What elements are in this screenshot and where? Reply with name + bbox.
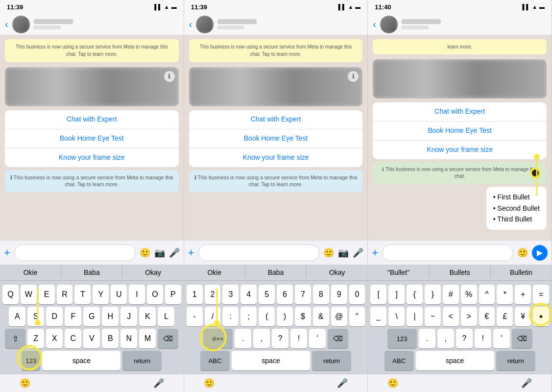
key-amp[interactable]: & bbox=[313, 307, 329, 326]
message-input-3[interactable] bbox=[382, 245, 513, 261]
key-w[interactable]: W bbox=[21, 285, 37, 304]
message-input-1[interactable] bbox=[14, 245, 136, 261]
emoji-icon-1[interactable]: 🙂 bbox=[20, 378, 30, 389]
key-underscore[interactable]: _ bbox=[370, 307, 386, 326]
key-h[interactable]: H bbox=[102, 307, 119, 326]
key-hash[interactable]: # bbox=[443, 285, 459, 304]
suggestion-3-1[interactable]: Bullets bbox=[430, 267, 491, 278]
key-semicolon[interactable]: ; bbox=[240, 307, 257, 326]
back-button-3[interactable]: ‹ bbox=[373, 19, 376, 30]
key-period-2[interactable]: . bbox=[235, 329, 251, 348]
camera-icon-1[interactable]: 📷 bbox=[154, 247, 165, 258]
plus-button-1[interactable]: + bbox=[4, 246, 10, 259]
key-apostrophe-2[interactable]: ' bbox=[309, 329, 326, 348]
key-rbracket[interactable]: ] bbox=[388, 285, 405, 304]
key-9[interactable]: 9 bbox=[331, 285, 347, 304]
chat-expert-btn-3[interactable]: Chat with Expert bbox=[373, 102, 547, 120]
key-pound[interactable]: £ bbox=[497, 307, 513, 326]
mic-icon-1[interactable]: 🎤 bbox=[169, 247, 180, 258]
key-equals[interactable]: = bbox=[533, 285, 549, 304]
key-gt[interactable]: > bbox=[461, 307, 477, 326]
key-b[interactable]: B bbox=[102, 329, 119, 348]
key-exclaim-2[interactable]: ! bbox=[290, 329, 307, 348]
key-u[interactable]: U bbox=[111, 285, 127, 304]
key-2[interactable]: 2 bbox=[205, 285, 221, 304]
plus-button-3[interactable]: + bbox=[372, 246, 378, 259]
key-v[interactable]: V bbox=[83, 329, 100, 348]
num-mode-key-3[interactable]: 123 bbox=[387, 329, 417, 348]
sticker-icon-3[interactable]: 🙂 bbox=[517, 247, 528, 258]
return-key-3[interactable]: return bbox=[496, 351, 535, 370]
key-6[interactable]: 6 bbox=[277, 285, 293, 304]
mic-bottom-1[interactable]: 🎤 bbox=[153, 378, 164, 389]
key-euro[interactable]: € bbox=[479, 307, 495, 326]
know-frame-size-btn-2[interactable]: Know your frame size bbox=[189, 148, 363, 166]
message-input-2[interactable] bbox=[198, 245, 320, 261]
key-rbrace[interactable]: } bbox=[425, 285, 441, 304]
key-period-3[interactable]: . bbox=[419, 329, 435, 348]
key-s[interactable]: S bbox=[27, 307, 44, 326]
sticker-icon-2[interactable]: 🙂 bbox=[323, 247, 334, 258]
key-yen[interactable]: ¥ bbox=[515, 307, 531, 326]
suggestion-1-2[interactable]: Okay bbox=[122, 267, 183, 278]
key-l[interactable]: L bbox=[158, 307, 174, 326]
key-plus[interactable]: + bbox=[515, 285, 531, 304]
mic-icon-2[interactable]: 🎤 bbox=[353, 247, 363, 258]
key-question-3[interactable]: ? bbox=[456, 329, 473, 348]
key-colon[interactable]: : bbox=[222, 307, 239, 326]
key-m[interactable]: M bbox=[139, 329, 156, 348]
delete-key-3[interactable]: ⌫ bbox=[512, 329, 532, 348]
back-button-2[interactable]: ‹ bbox=[189, 19, 192, 30]
key-at[interactable]: @ bbox=[331, 307, 347, 326]
sticker-icon-1[interactable]: 🙂 bbox=[140, 247, 150, 258]
delete-key-1[interactable]: ⌫ bbox=[158, 329, 178, 348]
key-n[interactable]: N bbox=[120, 329, 137, 348]
key-dollar[interactable]: $ bbox=[295, 307, 311, 326]
key-q[interactable]: Q bbox=[2, 285, 19, 304]
abc-key-3[interactable]: ABC bbox=[384, 351, 414, 370]
space-key-2[interactable]: space bbox=[232, 351, 310, 370]
key-c[interactable]: C bbox=[65, 329, 81, 348]
space-key-3[interactable]: space bbox=[416, 351, 494, 370]
camera-icon-2[interactable]: 📷 bbox=[338, 247, 349, 258]
key-g[interactable]: G bbox=[83, 307, 100, 326]
key-tilde[interactable]: ~ bbox=[425, 307, 441, 326]
plus-button-2[interactable]: + bbox=[188, 246, 194, 259]
key-pipe[interactable]: | bbox=[407, 307, 423, 326]
key-lt[interactable]: < bbox=[443, 307, 459, 326]
key-f[interactable]: F bbox=[65, 307, 81, 326]
emoji-icon-2[interactable]: 🙂 bbox=[204, 378, 215, 389]
key-apos-3[interactable]: ' bbox=[493, 329, 510, 348]
key-i[interactable]: I bbox=[129, 285, 145, 304]
key-e[interactable]: E bbox=[39, 285, 55, 304]
key-0[interactable]: 0 bbox=[349, 285, 365, 304]
key-1[interactable]: 1 bbox=[187, 285, 203, 304]
key-a[interactable]: A bbox=[9, 307, 25, 326]
key-minus[interactable]: - bbox=[187, 307, 203, 326]
key-backslash[interactable]: \ bbox=[388, 307, 405, 326]
return-key-2[interactable]: return bbox=[312, 351, 351, 370]
mic-bottom-3[interactable]: 🎤 bbox=[521, 378, 532, 389]
info-button-1[interactable]: ℹ bbox=[164, 71, 175, 82]
key-o[interactable]: O bbox=[147, 285, 163, 304]
key-lbracket[interactable]: [ bbox=[370, 285, 386, 304]
know-frame-size-btn-3[interactable]: Know your frame size bbox=[373, 141, 547, 158]
key-bullet[interactable]: • bbox=[533, 307, 549, 326]
key-comma-3[interactable]: , bbox=[437, 329, 454, 348]
suggestion-1-0[interactable]: Okie bbox=[0, 267, 61, 278]
space-key-1[interactable]: space bbox=[42, 351, 120, 370]
chat-expert-btn-2[interactable]: Chat with Expert bbox=[189, 110, 363, 128]
emoji-icon-3[interactable]: 🙂 bbox=[387, 378, 398, 389]
send-button-3[interactable]: ▶ bbox=[532, 245, 548, 261]
shift-key-1[interactable]: ⇧ bbox=[5, 329, 25, 348]
key-r[interactable]: R bbox=[57, 285, 73, 304]
key-5[interactable]: 5 bbox=[259, 285, 275, 304]
key-lbrace[interactable]: { bbox=[407, 285, 423, 304]
delete-key-2[interactable]: ⌫ bbox=[328, 329, 348, 348]
book-eye-test-btn-1[interactable]: Book Home Eye Test bbox=[5, 129, 179, 147]
back-button-1[interactable]: ‹ bbox=[5, 19, 8, 30]
key-exclaim-3[interactable]: ! bbox=[475, 329, 491, 348]
key-comma-2[interactable]: , bbox=[253, 329, 270, 348]
key-p[interactable]: P bbox=[165, 285, 181, 304]
book-eye-test-btn-3[interactable]: Book Home Eye Test bbox=[373, 122, 547, 139]
